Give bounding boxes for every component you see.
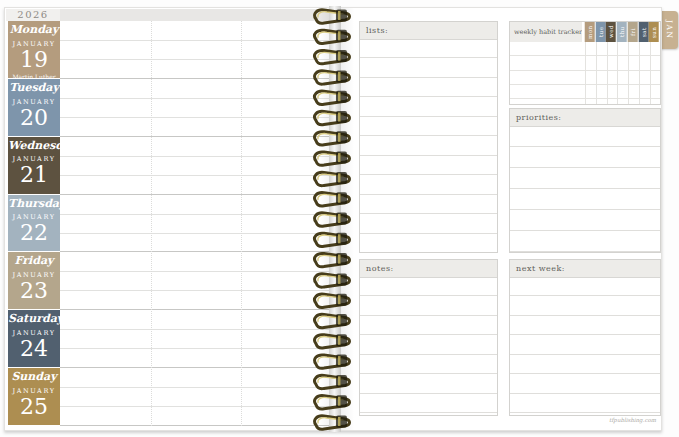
habit-day-fri: fri	[628, 22, 638, 42]
day-writing-area	[60, 137, 335, 195]
priorities-header: priorities:	[510, 109, 660, 127]
day-row-friday: Friday JANUARY 23	[6, 252, 335, 310]
year-bar: 2026	[6, 9, 335, 21]
habit-tracker-grid	[510, 42, 660, 104]
right-page: lists: weekly habit tracker: mon tue wed…	[337, 7, 662, 431]
day-name: Tuesday	[8, 82, 60, 95]
habit-day-sun: sun	[649, 22, 659, 42]
column-divider	[151, 21, 152, 426]
next-week-header: next week:	[510, 260, 660, 278]
habit-grid-columns	[585, 42, 660, 104]
spiral-binding	[310, 0, 356, 437]
month-tab-jan: JAN	[660, 11, 678, 49]
year-label: 2026	[6, 9, 60, 21]
day-number: 24	[8, 338, 60, 360]
day-writing-area	[60, 252, 335, 310]
priorities-writing-area	[510, 126, 660, 252]
next-week-writing-area	[510, 277, 660, 415]
day-label-tuesday: Tuesday JANUARY 20	[8, 79, 60, 136]
habit-day-wed: wed	[606, 22, 616, 42]
day-row-sunday: Sunday JANUARY 25	[6, 368, 335, 426]
day-row-monday: Monday JANUARY 19 Martin Luther King Jr.…	[6, 21, 335, 79]
column-divider	[241, 21, 242, 426]
lists-writing-area	[360, 39, 497, 252]
day-rows: Monday JANUARY 19 Martin Luther King Jr.…	[6, 21, 335, 426]
habit-tracker-header: weekly habit tracker: mon tue wed thu fr…	[510, 22, 660, 42]
day-writing-area	[60, 21, 335, 79]
habit-tracker-section: weekly habit tracker: mon tue wed thu fr…	[509, 21, 661, 105]
lists-section: lists:	[359, 21, 498, 253]
habit-tracker-title: weekly habit tracker:	[510, 22, 582, 42]
day-writing-area	[60, 310, 335, 368]
day-name: Wednesday	[8, 140, 60, 153]
day-label-wednesday: Wednesday JANUARY 21	[8, 137, 60, 194]
day-name: Monday	[8, 24, 60, 37]
habit-day-sat: sat	[639, 22, 649, 42]
day-number: 20	[8, 107, 60, 129]
habit-day-thu: thu	[617, 22, 627, 42]
day-name: Saturday	[8, 313, 60, 326]
left-page: 2026 Monday JANUARY 19 Martin Luther Kin…	[4, 7, 337, 431]
day-row-wednesday: Wednesday JANUARY 21	[6, 137, 335, 195]
day-number: 21	[8, 164, 60, 186]
day-row-saturday: Saturday JANUARY 24	[6, 310, 335, 368]
priorities-section: priorities:	[509, 108, 661, 253]
day-label-monday: Monday JANUARY 19 Martin Luther King Jr.…	[8, 21, 60, 78]
notes-section: notes:	[359, 259, 498, 416]
notes-header: notes:	[360, 260, 497, 278]
day-number: 23	[8, 280, 60, 302]
day-label-saturday: Saturday JANUARY 24	[8, 310, 60, 367]
day-name: Friday	[8, 255, 60, 268]
day-writing-area	[60, 195, 335, 253]
day-label-friday: Friday JANUARY 23	[8, 252, 60, 309]
day-row-thursday: Thursday JANUARY 22	[6, 195, 335, 253]
footer-url: tfpublishing.com	[609, 417, 656, 423]
day-number: 25	[8, 396, 60, 418]
day-writing-area	[60, 368, 335, 426]
next-week-section: next week:	[509, 259, 661, 416]
lists-header: lists:	[360, 22, 497, 40]
day-label-sunday: Sunday JANUARY 25	[8, 368, 60, 425]
holiday-note: Martin Luther King Jr. Day	[8, 73, 60, 78]
day-name: Sunday	[8, 371, 60, 384]
day-number: 22	[8, 222, 60, 244]
day-row-tuesday: Tuesday JANUARY 20	[6, 79, 335, 137]
day-number: 19	[8, 49, 60, 71]
notes-writing-area	[360, 277, 497, 415]
day-writing-area	[60, 79, 335, 137]
day-name: Thursday	[8, 198, 60, 211]
habit-day-mon: mon	[585, 22, 595, 42]
day-label-thursday: Thursday JANUARY 22	[8, 195, 60, 252]
habit-day-tue: tue	[596, 22, 606, 42]
planner-spread: 2026 Monday JANUARY 19 Martin Luther Kin…	[0, 0, 679, 437]
